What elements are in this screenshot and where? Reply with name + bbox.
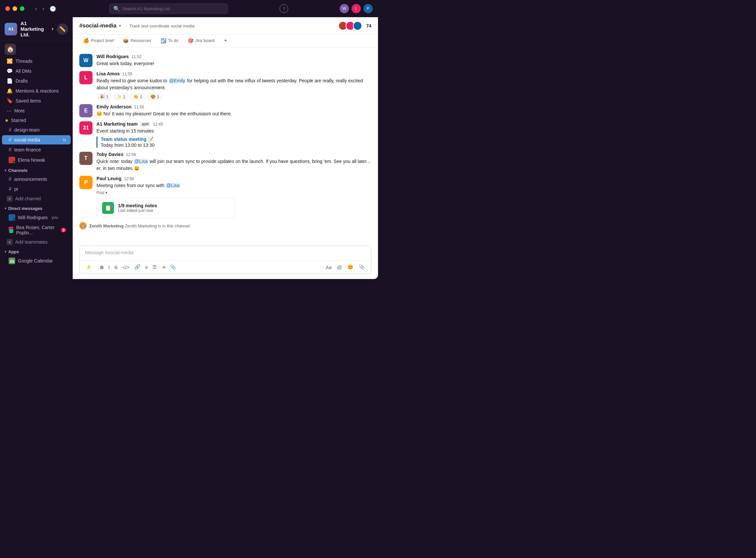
add-teammates-label: Add teammates <box>15 239 48 245</box>
tab-resources[interactable]: 📦 Resources <box>119 35 155 47</box>
bea-carter-name: Bea Rosen, Carter Poplin... <box>16 225 58 235</box>
workspace-header[interactable]: A1 A1 Marketing Ltd. ▾ ✏️ <box>0 17 73 41</box>
attachment-btn[interactable]: 📎 <box>168 263 178 271</box>
member-avatars[interactable] <box>338 21 362 30</box>
mention-button[interactable]: @ <box>335 263 344 271</box>
online-indicator <box>13 161 15 163</box>
tab-project-brief[interactable]: 🍊 Project brief <box>79 35 118 47</box>
channel-title-chevron[interactable]: ▾ <box>119 23 121 28</box>
traffic-lights <box>5 6 24 11</box>
lightning-button[interactable]: ⚡ <box>84 263 94 271</box>
lisa-msg-avatar: L <box>79 71 93 84</box>
tab-jira[interactable]: 🎯 Jira board <box>184 35 218 47</box>
tab-todo-label: To do <box>168 38 179 43</box>
more-label: More <box>14 108 25 113</box>
emily-mention[interactable]: @Emily <box>168 78 186 83</box>
user-avatar-3[interactable]: P <box>363 4 373 13</box>
add-channel-item[interactable]: + Add channel <box>0 194 73 203</box>
tab-todo[interactable]: ☑️ To do <box>157 35 183 47</box>
new-message-button[interactable]: ✏️ <box>57 23 68 35</box>
dms-section-header[interactable]: ▾ Direct messages <box>0 203 73 212</box>
channel-social-media[interactable]: # social-media ⇆ <box>2 135 71 145</box>
dms-label: Direct messages <box>8 206 42 211</box>
message-input-placeholder[interactable]: Message #social-media <box>80 246 371 260</box>
you-label: you <box>52 215 58 220</box>
search-bar[interactable]: 🔍 <box>109 3 228 14</box>
reaction-party[interactable]: 🎉1 <box>97 93 111 100</box>
attachment-button[interactable]: 📎 <box>357 263 367 271</box>
history-button[interactable]: 🕐 <box>48 4 57 14</box>
reaction-sparkles[interactable]: ✨1 <box>113 93 128 100</box>
emily-msg-avatar: E <box>79 104 93 117</box>
hash-icon-active: # <box>8 137 11 143</box>
dm-elena[interactable]: Elena Nowak <box>2 155 71 165</box>
indent-button[interactable]: ⇥ <box>159 263 167 271</box>
user-avatar-2[interactable]: L <box>351 4 361 13</box>
user-avatar[interactable]: W <box>340 4 349 13</box>
toby-author: Toby Davies <box>97 152 123 157</box>
member-count[interactable]: 74 <box>366 23 371 28</box>
channels-section-header[interactable]: ▾ Channels <box>0 165 73 174</box>
online-indicator-will <box>13 219 15 221</box>
drafts-label: Drafts <box>16 78 28 84</box>
sidebar-item-more[interactable]: ⋯ More <box>2 106 71 116</box>
bold-button[interactable]: B <box>98 263 106 271</box>
channel-pr[interactable]: # pr <box>2 184 71 194</box>
minimize-button[interactable] <box>12 6 17 11</box>
member-avatar-3 <box>353 21 362 30</box>
todo-icon: ☑️ <box>161 38 166 43</box>
help-button[interactable]: ? <box>280 4 288 13</box>
reaction-clap[interactable]: 👏1 <box>130 93 145 100</box>
add-tab-button[interactable]: + <box>221 35 230 47</box>
sidebar-item-drafts[interactable]: 📄 Drafts <box>2 76 71 85</box>
channel-team-finance[interactable]: # team-finance <box>2 145 71 154</box>
app-msg-avatar: 31 <box>79 121 93 134</box>
add-teammates-item[interactable]: + Add teammates <box>0 237 73 247</box>
text-format-button[interactable]: Aa <box>323 263 333 271</box>
lisa-mention-2[interactable]: @Lisa <box>165 183 180 188</box>
ordered-list-button[interactable]: ≡ <box>143 263 150 271</box>
apps-section-header[interactable]: ▾ Apps <box>0 247 73 256</box>
channel-ann-name: announcements <box>14 177 47 182</box>
channel-name-active: social-media <box>14 137 40 143</box>
message-will: W Will Rodrigues 11:52 Great work today,… <box>79 53 371 69</box>
sidebar-item-threads[interactable]: 🔀 Threads <box>2 56 71 66</box>
hash-icon-pr: # <box>8 186 11 192</box>
emoji-button[interactable]: 😊 <box>345 263 356 271</box>
google-calendar-icon: 📅 <box>8 257 15 264</box>
reaction-heart-eyes[interactable]: 😍1 <box>147 93 162 100</box>
channel-design-team[interactable]: # design-team <box>2 125 71 134</box>
close-button[interactable] <box>5 6 10 11</box>
dm-will[interactable]: Will Rodrigues you <box>2 212 71 223</box>
sidebar-item-saved[interactable]: 🔖 Saved items <box>2 96 71 105</box>
maximize-button[interactable] <box>20 6 24 11</box>
forward-button[interactable]: › <box>41 4 46 14</box>
will-msg-time: 11:52 <box>131 54 141 59</box>
doc-card[interactable]: 📋 1/9 meeting notes Last edited just now <box>97 198 235 218</box>
search-input[interactable] <box>123 6 224 11</box>
code-button[interactable]: </> <box>120 263 131 271</box>
strikethrough-button[interactable]: S <box>112 263 120 271</box>
starred-header[interactable]: ★ Starred <box>0 116 73 125</box>
channel-announcements[interactable]: # announcements <box>2 175 71 184</box>
message-emily: E Emily Anderson 11:56 😊 No! It was my p… <box>79 103 371 119</box>
resources-icon: 📦 <box>123 38 129 43</box>
lisa-msg-header: Lisa Amos 11:55 <box>97 71 371 76</box>
home-icon[interactable]: 🏠 <box>5 44 16 55</box>
sidebar-item-mentions[interactable]: 🔔 Mentions & reactions <box>2 86 71 96</box>
apps-label: Apps <box>8 249 19 254</box>
app-google-calendar[interactable]: 📅 Google Calendar <box>2 256 71 266</box>
sidebar-item-all-dms[interactable]: 💬 All DMs <box>2 67 71 76</box>
add-teammates-icon: + <box>7 239 12 245</box>
tab-project-brief-label: Project brief <box>91 38 114 43</box>
titlebar-right: W L P <box>340 4 373 13</box>
starred-label: Starred <box>11 118 26 123</box>
event-title[interactable]: Team status meeting 📝 <box>101 136 371 142</box>
dm-bea-carter[interactable]: Bea Rosen, Carter Poplin... 3 <box>2 223 71 237</box>
post-label[interactable]: Post ▾ <box>97 191 371 195</box>
italic-button[interactable]: I <box>106 263 112 271</box>
unordered-list-button[interactable]: ☰ <box>150 263 159 271</box>
lisa-mention[interactable]: @Lisa <box>134 159 148 164</box>
link-button[interactable]: 🔗 <box>132 263 142 271</box>
back-button[interactable]: ‹ <box>34 4 38 14</box>
